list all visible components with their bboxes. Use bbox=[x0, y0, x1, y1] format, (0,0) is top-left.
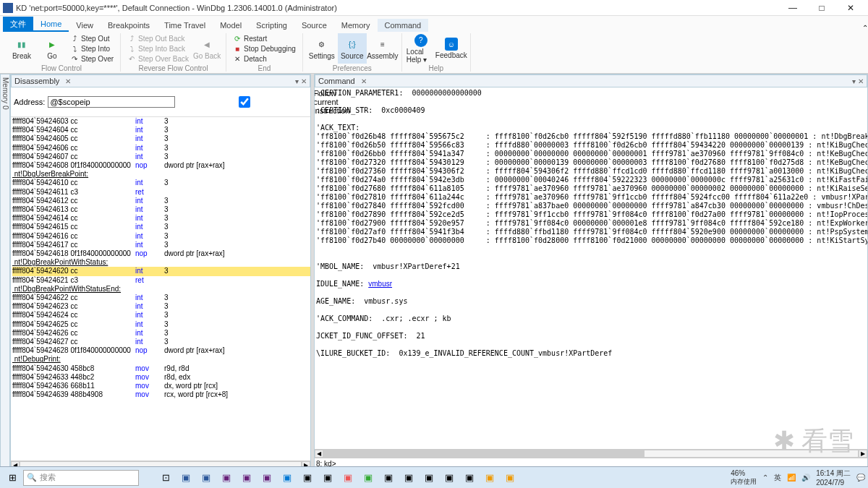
go-back-button[interactable]: ◀Go Back bbox=[192, 33, 221, 64]
tray-notifications-icon[interactable]: 💬 bbox=[856, 474, 865, 481]
disasm-row[interactable]: fffff804`59424618 0f1f840000000000nopdwo… bbox=[12, 249, 310, 258]
memory-side-tab[interactable]: Memory 0 bbox=[0, 74, 10, 470]
disasm-row[interactable]: fffff804`59424611 c3ret bbox=[12, 188, 310, 197]
address-input[interactable] bbox=[48, 96, 175, 108]
disasm-row[interactable]: nt!DbgUserBreakPoint: bbox=[12, 170, 310, 179]
command-close-tab-icon[interactable]: ✕ bbox=[361, 77, 367, 85]
follow-checkbox-input[interactable] bbox=[181, 96, 308, 108]
stop-debugging-button[interactable]: ■Stop Debugging bbox=[231, 43, 298, 53]
disasm-row[interactable]: nt!DbgBreakPointWithStatus: bbox=[12, 258, 310, 267]
settings-button[interactable]: ⚙Settings bbox=[307, 33, 336, 64]
tray-up-icon[interactable]: ⌃ bbox=[762, 474, 768, 481]
disasm-row[interactable]: fffff804`59424627 ccint3 bbox=[12, 338, 310, 346]
disassembly-pin-icon[interactable]: ▾ ✕ bbox=[295, 77, 307, 85]
start-button[interactable]: ⊞ bbox=[3, 469, 22, 487]
source-button[interactable]: {;}Source bbox=[338, 33, 367, 64]
command-hscroll[interactable]: ◀▶ bbox=[315, 449, 867, 458]
taskbar-search[interactable]: 🔍搜索 bbox=[23, 470, 139, 486]
step-out-button[interactable]: ⤴Step Out bbox=[68, 33, 116, 43]
taskbar-app-10[interactable]: ▣ bbox=[359, 469, 378, 487]
tab-model[interactable]: Model bbox=[213, 19, 249, 32]
tray-ime-icon[interactable]: 英 bbox=[774, 473, 781, 483]
taskbar-app-5[interactable]: ▣ bbox=[258, 469, 276, 487]
tab-file[interactable]: 文件 bbox=[3, 17, 33, 32]
tab-breakpoints[interactable]: Breakpoints bbox=[101, 19, 157, 32]
disasm-row[interactable]: fffff804`59424625 ccint3 bbox=[12, 320, 310, 329]
taskbar-app-11[interactable]: ▣ bbox=[379, 469, 398, 487]
local-help-button[interactable]: ?Local Help ▾ bbox=[407, 33, 435, 64]
disasm-row[interactable]: fffff804`59424617 ccint3 bbox=[12, 241, 310, 249]
ribbon-collapse-button[interactable]: ⌃ bbox=[862, 24, 868, 32]
disasm-row[interactable]: fffff804`59424630 458bc8movr9d, r8d bbox=[12, 364, 310, 373]
taskbar-app-8[interactable]: ▣ bbox=[318, 469, 337, 487]
tray-battery[interactable]: 46%内存使用 bbox=[731, 469, 757, 487]
disasm-row[interactable]: fffff804`59424624 ccint3 bbox=[12, 311, 310, 320]
step-over-back-button[interactable]: ↶Step Over Back bbox=[125, 53, 191, 64]
disasm-row[interactable]: fffff804`59424610 ccint3 bbox=[12, 179, 310, 187]
disasm-row[interactable]: fffff804`59424604 ccint3 bbox=[12, 126, 310, 134]
disasm-row[interactable]: nt!DbgBreakPointWithStatusEnd: bbox=[12, 285, 310, 294]
command-output[interactable]: :CEPTION_PARAMETER1: 0000000000000000 :C… bbox=[315, 87, 867, 449]
tab-home[interactable]: Home bbox=[33, 17, 69, 32]
taskbar-app-12[interactable]: ▣ bbox=[399, 469, 418, 487]
disasm-row[interactable]: fffff804`59424614 ccint3 bbox=[12, 214, 310, 223]
tray-network-icon[interactable]: 📶 bbox=[787, 474, 796, 481]
disasm-row[interactable]: fffff804`59424613 ccint3 bbox=[12, 205, 310, 214]
taskbar-app-9[interactable]: ▣ bbox=[339, 469, 357, 487]
taskbar-app-17[interactable]: ▣ bbox=[501, 469, 519, 487]
minimize-button[interactable]: — bbox=[778, 1, 807, 15]
taskbar-app-15[interactable]: ▣ bbox=[460, 469, 479, 487]
disasm-row[interactable]: fffff804`59424628 0f1f840000000000nopdwo… bbox=[12, 346, 310, 355]
taskbar-app-3[interactable]: ▣ bbox=[217, 469, 236, 487]
taskbar-app-2[interactable]: ▣ bbox=[197, 469, 216, 487]
disasm-row[interactable]: fffff804`59424603 ccint3 bbox=[12, 117, 310, 126]
tab-source[interactable]: Source bbox=[294, 19, 334, 32]
detach-button[interactable]: ✕Detach bbox=[231, 53, 298, 64]
taskbar-app-1[interactable]: ▣ bbox=[176, 469, 195, 487]
disassembly-listing[interactable]: fffff804`59424603 ccint3fffff804`5942460… bbox=[11, 117, 310, 461]
assembly-button[interactable]: ≡Assembly bbox=[368, 33, 397, 64]
disasm-row[interactable]: fffff804`59424623 ccint3 bbox=[12, 302, 310, 311]
disasm-row[interactable]: fffff804`59424620 ccint3 bbox=[12, 267, 310, 275]
disasm-row[interactable]: fffff804`59424639 488b4908movrcx, word p… bbox=[12, 390, 310, 399]
disasm-row[interactable]: fffff804`59424626 ccint3 bbox=[12, 329, 310, 338]
module-link[interactable]: vmbusr bbox=[368, 280, 392, 288]
restart-button[interactable]: ⟳Restart bbox=[231, 33, 298, 43]
break-button[interactable]: ▮▮Break bbox=[7, 33, 36, 64]
tab-scripting[interactable]: Scripting bbox=[249, 19, 294, 32]
task-view-button[interactable]: ⊡ bbox=[156, 469, 175, 487]
go-button[interactable]: ▶Go bbox=[38, 33, 67, 64]
step-out-back-button[interactable]: ⤴Step Out Back bbox=[125, 33, 191, 43]
maximize-button[interactable]: □ bbox=[807, 1, 836, 15]
disasm-row[interactable]: fffff804`59424605 ccint3 bbox=[12, 134, 310, 143]
step-into-button[interactable]: ⤵Step Into bbox=[68, 43, 116, 53]
tab-time-travel[interactable]: Time Travel bbox=[157, 19, 213, 32]
taskbar-app-13[interactable]: ▣ bbox=[420, 469, 438, 487]
close-button[interactable]: ✕ bbox=[836, 1, 865, 15]
taskbar-app-6[interactable]: ▣ bbox=[278, 469, 297, 487]
tab-command[interactable]: Command bbox=[378, 19, 429, 32]
taskbar-app-14[interactable]: ▣ bbox=[440, 469, 459, 487]
tray-volume-icon[interactable]: 🔊 bbox=[801, 474, 810, 481]
tray-clock[interactable]: 16:14 周二2024/7/9 bbox=[816, 468, 851, 487]
disasm-row[interactable]: fffff804`59424622 ccint3 bbox=[12, 294, 310, 302]
disasm-row[interactable]: fffff804`59424615 ccint3 bbox=[12, 223, 310, 231]
feedback-button[interactable]: ☺Feedback bbox=[437, 33, 466, 64]
taskbar-app-4[interactable]: ▣ bbox=[237, 469, 256, 487]
step-over-button[interactable]: ↷Step Over bbox=[68, 53, 116, 64]
disassembly-close-icon[interactable]: ✕ bbox=[65, 77, 71, 85]
disasm-row[interactable]: fffff804`59424606 ccint3 bbox=[12, 144, 310, 153]
disasm-row[interactable]: fffff804`59424612 ccint3 bbox=[12, 197, 310, 205]
command-pin-icon[interactable]: ▾ ✕ bbox=[852, 77, 864, 85]
disasm-row[interactable]: fffff804`59424636 668b11movdx, word ptr … bbox=[12, 382, 310, 390]
tab-view[interactable]: View bbox=[69, 19, 101, 32]
disasm-row[interactable]: nt!DebugPrint: bbox=[12, 355, 310, 364]
taskbar-app-7[interactable]: ▣ bbox=[298, 469, 317, 487]
step-into-back-button[interactable]: ⤵Step Into Back bbox=[125, 43, 191, 53]
disasm-row[interactable]: fffff804`59424616 ccint3 bbox=[12, 232, 310, 241]
taskbar-app-16[interactable]: ▣ bbox=[480, 469, 499, 487]
disasm-row[interactable]: fffff804`59424621 c3ret bbox=[12, 276, 310, 285]
disasm-row[interactable]: fffff804`59424607 ccint3 bbox=[12, 153, 310, 161]
disasm-row[interactable]: fffff804`59424633 448bc2movr8d, edx bbox=[12, 373, 310, 382]
disasm-row[interactable]: fffff804`59424608 0f1f840000000000nopdwo… bbox=[12, 161, 310, 170]
